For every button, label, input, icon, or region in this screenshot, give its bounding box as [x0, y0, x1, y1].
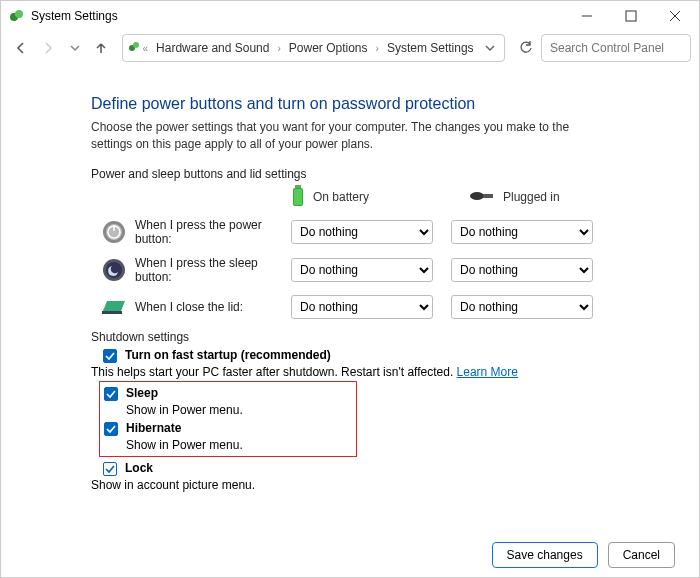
address-dropdown-icon[interactable]: [480, 43, 500, 53]
up-button[interactable]: [89, 34, 114, 62]
hibernate-sub: Show in Power menu.: [126, 438, 352, 452]
chevron-right-icon: ›: [277, 43, 280, 54]
breadcrumb-system-settings[interactable]: System Settings: [383, 39, 478, 57]
svg-rect-3: [626, 11, 636, 21]
col-battery-label: On battery: [313, 190, 369, 204]
section-shutdown-label: Shutdown settings: [91, 330, 671, 344]
svg-point-7: [133, 42, 139, 48]
power-battery-select[interactable]: Do nothing: [291, 220, 433, 244]
lid-plugged-select[interactable]: Do nothing: [451, 295, 593, 319]
hibernate-checkbox[interactable]: [104, 422, 118, 436]
cancel-button[interactable]: Cancel: [608, 542, 675, 568]
fast-startup-checkbox[interactable]: [103, 349, 117, 363]
search-box[interactable]: [541, 34, 691, 62]
lid-battery-select[interactable]: Do nothing: [291, 295, 433, 319]
col-plugged-label: Plugged in: [503, 190, 560, 204]
forward-button[interactable]: [36, 34, 61, 62]
control-panel-icon: [127, 40, 141, 57]
maximize-button[interactable]: [609, 1, 653, 31]
battery-icon: [291, 185, 305, 210]
sleep-battery-select[interactable]: Do nothing: [291, 258, 433, 282]
breadcrumb-hardware[interactable]: Hardware and Sound: [152, 39, 273, 57]
svg-point-1: [15, 10, 23, 18]
sleep-plugged-select[interactable]: Do nothing: [451, 258, 593, 282]
app-icon: [9, 8, 25, 24]
chevron-right-icon: ›: [376, 43, 379, 54]
close-button[interactable]: [653, 1, 697, 31]
search-input[interactable]: [548, 40, 700, 56]
chevron-left-icon: «: [143, 43, 149, 54]
power-plugged-select[interactable]: Do nothing: [451, 220, 593, 244]
address-bar[interactable]: « Hardware and Sound › Power Options › S…: [122, 34, 505, 62]
svg-rect-12: [294, 189, 302, 205]
fast-startup-sub: This helps start your PC faster after sh…: [91, 365, 671, 379]
highlight-box: Sleep Show in Power menu. Hibernate Show…: [99, 381, 357, 457]
svg-rect-10: [295, 185, 301, 188]
row-sleep-label: When I press the sleep button:: [135, 256, 291, 284]
page-description: Choose the power settings that you want …: [91, 119, 611, 153]
svg-rect-14: [483, 194, 493, 198]
hibernate-title: Hibernate: [126, 421, 181, 435]
sleep-checkbox[interactable]: [104, 387, 118, 401]
breadcrumb-power-options[interactable]: Power Options: [285, 39, 372, 57]
recent-dropdown[interactable]: [62, 34, 87, 62]
window-title: System Settings: [31, 9, 565, 23]
svg-point-13: [470, 192, 484, 200]
section-power-sleep-label: Power and sleep buttons and lid settings: [91, 167, 671, 181]
plug-icon: [469, 189, 495, 206]
page-heading: Define power buttons and turn on passwor…: [91, 95, 671, 113]
lid-icon: [101, 294, 127, 320]
sleep-title: Sleep: [126, 386, 158, 400]
lock-title: Lock: [125, 461, 153, 475]
power-button-icon: [101, 219, 127, 245]
lock-sub: Show in account picture menu.: [91, 478, 671, 492]
row-power-label: When I press the power button:: [135, 218, 291, 246]
back-button[interactable]: [9, 34, 34, 62]
fast-startup-title: Turn on fast startup (recommended): [125, 348, 331, 362]
sleep-sub: Show in Power menu.: [126, 403, 352, 417]
save-changes-button[interactable]: Save changes: [492, 542, 598, 568]
minimize-button[interactable]: [565, 1, 609, 31]
lock-checkbox[interactable]: [103, 462, 117, 476]
refresh-button[interactable]: [513, 34, 539, 62]
svg-rect-21: [102, 311, 122, 314]
learn-more-link[interactable]: Learn More: [457, 365, 518, 379]
row-lid-label: When I close the lid:: [135, 300, 291, 314]
sleep-button-icon: [101, 257, 127, 283]
